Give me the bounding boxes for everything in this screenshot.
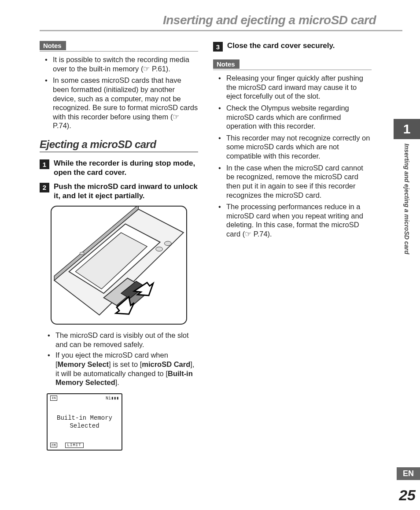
svg-point-9 [164,241,171,246]
step-number: 1 [40,159,49,169]
recorder-eject-diagram-icon [52,207,186,324]
lcd-line1: Built-in Memory [48,414,122,422]
note-item: In the case when the microSD card cannot… [220,163,372,200]
right-column: 3 Close the card cover securely. Notes R… [213,41,372,451]
notes-label: Notes [213,59,239,69]
svg-point-11 [80,252,84,255]
note-item: This recorder may not recognize correctl… [220,133,372,161]
note-item: It is possible to switch the recording m… [47,55,198,73]
lcd-line2: Selected [48,422,122,430]
notes-list-right: Releasing your finger quickly after push… [213,74,372,239]
step-text: While the recorder is during stop mode, … [54,159,198,177]
lcd-top-left-icon: IN [50,395,57,401]
lcd-bottom-left-icon: FM [50,443,57,447]
step-text: Close the card cover securely. [227,41,335,50]
step-number: 2 [40,183,49,192]
chapter-number-tab: 1 [394,119,420,139]
svg-point-10 [156,247,163,251]
note-item: Releasing your finger quickly after push… [220,74,372,101]
device-illustration [51,206,187,325]
note-item: In some cases microSD cards that have be… [47,76,198,130]
notes-label: Notes [40,41,66,50]
battery-icon: Ni▮▮▮ [106,395,119,401]
step-1: 1 While the recorder is during stop mode… [40,159,198,177]
vertical-section-label: Inserting and ejecting a microSD card [403,144,410,289]
page-number: 25 [399,487,416,504]
step-number: 3 [213,42,223,52]
note-item: Check the Olympus website regarding micr… [220,103,372,131]
lcd-screenshot: IN Ni▮▮▮ Built-in Memory Selected FM LIM… [47,393,122,451]
note-item: The processing performances reduce in a … [220,202,372,239]
section-heading: Ejecting a microSD card [40,138,198,152]
notes-rule [213,70,372,70]
notes-rule [40,51,198,52]
page-title: Inserting and ejecting a microSD card [40,13,402,31]
left-column: Notes It is possible to switch the recor… [40,41,198,451]
sub-list: The microSD card is visibly out of the s… [40,331,198,387]
step-2: 2 Push the microSD card inward to unlock… [40,182,198,201]
lcd-limit-icon: LIMIT [65,443,84,448]
language-badge: EN [397,467,420,480]
side-tab: 1 Inserting and ejecting a microSD card [394,119,420,293]
sub-item: The microSD card is visibly out of the s… [49,331,198,349]
notes-list-left: It is possible to switch the recording m… [40,55,198,130]
step-text: Push the microSD card inward to unlock i… [54,182,198,201]
step-3: 3 Close the card cover securely. [213,41,372,52]
sub-item: If you eject the microSD card when [Memo… [49,351,198,387]
